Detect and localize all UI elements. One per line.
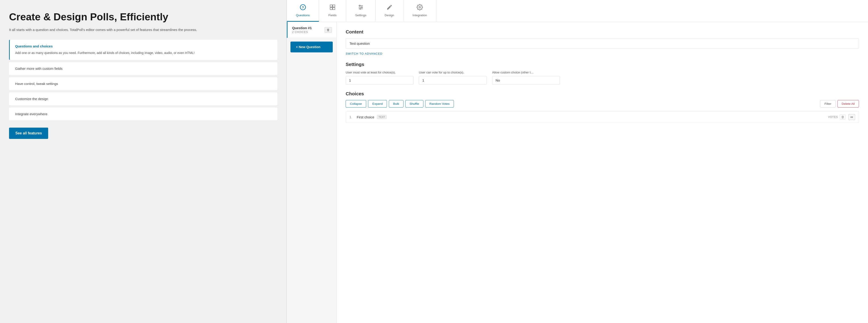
settings-field-min-choices: User must vote at least for choice(s). [346,71,413,85]
feature-item-custom-fields[interactable]: Gather more with custom fields [9,62,277,75]
tab-design[interactable]: Design [376,0,403,22]
content-area: Question #1 2 CHOICES 🗑 + New Question C… [287,22,868,323]
settings-label-custom-choice: Allow custom choice (other t… [492,71,560,74]
feature-label-custom-fields: Gather more with custom fields [15,67,62,70]
tab-fields[interactable]: Fields [319,0,346,22]
settings-section: Settings User must vote at least for cho… [346,62,859,85]
settings-input-min-choices[interactable] [346,76,413,85]
choices-toolbar-right: Filter Delete All [820,100,859,107]
choices-toolbar: Collapse Expand Bulk Shuffle Random Vote… [346,100,859,107]
new-question-button[interactable]: + New Question [290,41,333,53]
design-icon [386,4,393,12]
shuffle-button[interactable]: Shuffle [405,100,423,107]
fields-icon [329,4,336,12]
main-editor: Content SWITCH TO ADVANCED Settings User… [337,22,868,323]
question-content-input[interactable] [346,38,859,49]
tab-bar: ? Questions Fields [287,0,868,22]
left-panel: Create & Design Polls, Efficiently It al… [0,0,286,323]
settings-label-min-choices: User must vote at least for choice(s). [346,71,413,74]
question-item-title: Question #1 [292,26,312,30]
feature-label-questions-choices: Questions and choices [15,44,53,48]
svg-text:?: ? [302,5,304,9]
question-item-actions: 🗑 [324,27,332,33]
votes-count: 0 [840,115,846,120]
see-all-features-button[interactable]: See all features [9,128,48,139]
delete-question-button[interactable]: 🗑 [324,27,332,33]
choices-section: Choices Collapse Expand Bulk Shuffle Ran… [346,91,859,123]
tab-questions[interactable]: ? Questions [287,0,319,22]
tab-settings[interactable]: Settings [346,0,375,22]
settings-field-max-choices: User can vote for up to choice(s). [419,71,487,85]
feature-description-questions-choices: Add one or as many questions as you need… [15,51,272,55]
question-item-1[interactable]: Question #1 2 CHOICES 🗑 [287,22,336,38]
svg-rect-5 [333,7,335,9]
content-section-title: Content [346,29,859,35]
tab-integration-label: Integration [412,13,427,17]
choices-section-title: Choices [346,91,859,96]
settings-field-custom-choice: Allow custom choice (other t… [492,71,560,85]
tab-integration[interactable]: Integration [403,0,436,22]
settings-icon [358,4,364,12]
bulk-button[interactable]: Bulk [389,100,403,107]
random-votes-button[interactable]: Random Votes [425,100,454,107]
svg-rect-2 [330,5,332,7]
svg-point-11 [360,8,361,9]
settings-input-custom-choice[interactable] [492,76,560,85]
choices-toolbar-left: Collapse Expand Bulk Shuffle Random Vote… [346,100,454,107]
choice-type-badge: TEXT [377,115,387,119]
feature-label-design: Customize the design [15,97,48,101]
tab-settings-label: Settings [355,13,366,17]
feature-item-integrate[interactable]: Integrate everywhere [9,107,277,120]
settings-row: User must vote at least for choice(s). U… [346,71,859,85]
question-icon: ? [300,4,306,12]
settings-label-max-choices: User can vote for up to choice(s). [419,71,487,74]
question-item-text: Question #1 2 CHOICES [292,26,312,34]
questions-sidebar: Question #1 2 CHOICES 🗑 + New Question [287,22,337,323]
filter-button[interactable]: Filter [820,100,835,107]
feature-list: Questions and choices Add one or as many… [9,40,277,120]
delete-all-button[interactable]: Delete All [837,100,859,107]
svg-rect-4 [330,7,332,9]
question-item-subtitle: 2 CHOICES [292,31,312,34]
expand-button[interactable]: Expand [368,100,387,107]
votes-label: VOTES [828,116,838,119]
settings-input-max-choices[interactable] [419,76,487,85]
feature-item-design[interactable]: Customize the design [9,92,277,105]
integration-icon [416,4,423,12]
svg-point-10 [361,7,362,8]
settings-section-title: Settings [346,62,859,67]
feature-item-questions-choices[interactable]: Questions and choices Add one or as many… [9,40,277,60]
tab-fields-label: Fields [329,13,337,17]
choice-votes: VOTES 0 [828,115,846,120]
switch-advanced-link[interactable]: SWITCH TO ADVANCED [346,52,382,55]
feature-label-settings: Have control, tweak settings [15,82,58,86]
svg-point-12 [419,6,421,8]
right-panel: ? Questions Fields [287,0,868,323]
tab-design-label: Design [385,13,394,17]
choice-number: 1 [349,115,354,119]
svg-point-9 [359,5,360,6]
main-heading: Create & Design Polls, Efficiently [9,11,277,23]
main-subtitle: It all starts with a question and choice… [9,27,277,33]
feature-label-integrate: Integrate everywhere [15,112,48,116]
tab-questions-label: Questions [296,13,310,17]
choice-expand-button[interactable]: ⇔ [848,114,855,120]
choice-row-1: 1 First choice TEXT VOTES 0 ⇔ [346,111,859,123]
feature-item-settings[interactable]: Have control, tweak settings [9,77,277,90]
svg-rect-3 [333,5,335,7]
collapse-button[interactable]: Collapse [346,100,366,107]
choice-name: First choice [357,115,374,119]
